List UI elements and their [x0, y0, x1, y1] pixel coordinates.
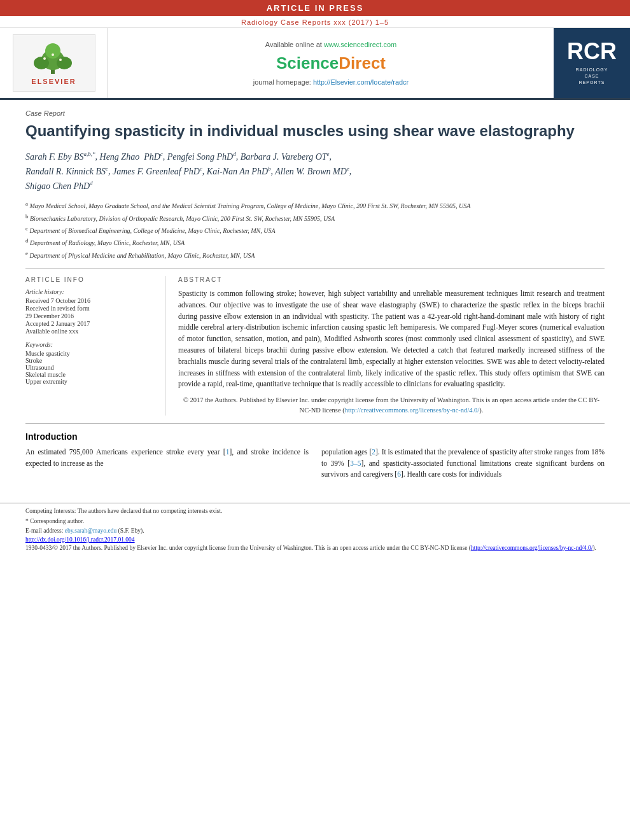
competing-interests: Competing Interests: The authors have de… — [25, 507, 605, 515]
author-song: Pengfei Song PhDd — [167, 152, 236, 162]
author-vareberg: Barbara J. Vareberg OTe — [241, 152, 330, 162]
intro-col1: An estimated 795,000 Americans experienc… — [25, 447, 309, 480]
abstract-col: Abstract Spasticity is common following … — [178, 276, 605, 416]
article-title: Quantifying spasticity in individual mus… — [25, 121, 605, 141]
author-zhao: Heng Zhao PhDc — [100, 152, 163, 162]
article-info-col: Article Info Article history: Received 7… — [25, 276, 165, 416]
elsevier-text: ELSEVIER — [31, 78, 76, 85]
elsevier-logo: ELSEVIER — [13, 34, 95, 92]
sciencedirect-logo: ScienceDirect — [276, 53, 386, 73]
journal-header: Radiology Case Reports xxx (2017) 1–5 — [0, 16, 630, 28]
journal-homepage-link[interactable]: http://Elsevier.com/locate/radcr — [313, 78, 409, 86]
introduction-title: Introduction — [25, 431, 605, 442]
section-divider — [25, 268, 605, 269]
keyword-4: Skeletal muscle — [25, 371, 155, 378]
abstract-copyright-link[interactable]: http://creativecommons.org/licenses/by-n… — [345, 407, 480, 414]
author-an: Kai-Nan An PhDb — [207, 167, 271, 176]
sciencedirect-url-link[interactable]: www.sciencedirect.com — [324, 41, 396, 48]
section-divider-2 — [25, 423, 605, 424]
email-line: E-mail address: eby.sarah@mayo.edu (S.F.… — [25, 527, 605, 535]
introduction-text: An estimated 795,000 Americans experienc… — [25, 447, 605, 480]
case-report-label: Case Report — [25, 109, 605, 117]
received-revised-date: 29 December 2016 — [25, 312, 155, 319]
author-greenleaf: James F. Greenleaf PhDc — [113, 167, 202, 176]
keywords-header: Keywords: — [25, 341, 155, 348]
email-label: E-mail address: — [25, 528, 63, 534]
abstract-text: Spasticity is common following stroke; h… — [178, 288, 605, 390]
footer-notes: Competing Interests: The authors have de… — [0, 503, 630, 552]
received-date1: Received 7 October 2016 — [25, 297, 155, 304]
svg-point-2 — [34, 57, 49, 69]
article-info-header: Article Info — [25, 276, 155, 283]
doi-anchor[interactable]: http://dx.doi.org/10.1016/j.radcr.2017.0… — [25, 536, 135, 543]
footer-license: 1930-0433/© 2017 the Authors. Published … — [25, 544, 605, 552]
svg-point-3 — [57, 57, 72, 69]
elsevier-tree-icon — [29, 41, 80, 76]
author-chen: Shigao Chen PhDd — [25, 181, 93, 191]
corresponding-label: * Corresponding author. — [25, 517, 605, 526]
rcr-subtitle: RADIOLOGYCASEREPORTS — [576, 67, 608, 85]
author-kinnick: Randall R. Kinnick BSc — [25, 167, 108, 176]
footer-license-link[interactable]: http://creativecommons.org/licenses/by-n… — [471, 545, 592, 551]
author-brown: Allen W. Brown MDe — [275, 167, 349, 176]
rcr-logo-box: RCR RADIOLOGYCASEREPORTS — [554, 28, 630, 98]
intro-ref6[interactable]: 6 — [397, 470, 401, 478]
keyword-1: Muscle spasticity — [25, 350, 155, 357]
authors: Sarah F. Eby BSa,b,*, Heng Zhao PhDc, Pe… — [25, 150, 605, 193]
abstract-copyright: © 2017 the Authors. Published by Elsevie… — [178, 395, 605, 416]
article-history-label: Article history: — [25, 288, 155, 295]
center-header: Available online at www.sciencedirect.co… — [108, 28, 554, 98]
svg-point-4 — [45, 43, 60, 59]
rcr-letters: RCR — [567, 40, 617, 63]
introduction-section: Introduction An estimated 795,000 Americ… — [25, 431, 605, 480]
intro-ref1[interactable]: 1 — [226, 448, 230, 456]
intro-ref3[interactable]: 3–5 — [350, 459, 361, 467]
svg-point-6 — [59, 59, 62, 61]
email-suffix: (S.F. Eby). — [118, 528, 144, 534]
main-content: Case Report Quantifying spasticity in in… — [0, 100, 630, 490]
available-online: Available online xxx — [25, 328, 155, 335]
affiliations: a Mayo Medical School, Mayo Graduate Sch… — [25, 200, 605, 260]
available-online-text: Available online at www.sciencedirect.co… — [265, 41, 396, 48]
article-in-press-banner: ARTICLE IN PRESS — [0, 0, 630, 16]
accepted-date: Accepted 2 January 2017 — [25, 320, 155, 327]
doi-link[interactable]: http://dx.doi.org/10.1016/j.radcr.2017.0… — [25, 536, 605, 543]
keyword-3: Ultrasound — [25, 364, 155, 371]
email-link[interactable]: eby.sarah@mayo.edu — [65, 528, 116, 534]
journal-homepage: journal homepage: http://Elsevier.com/lo… — [253, 78, 409, 86]
svg-point-7 — [52, 53, 54, 56]
keyword-2: Stroke — [25, 357, 155, 364]
info-abstract-row: Article Info Article history: Received 7… — [25, 276, 605, 416]
top-section: ELSEVIER Available online at www.science… — [0, 28, 630, 100]
keyword-5: Upper extremity — [25, 378, 155, 385]
author-eby: Sarah F. Eby BSa,b,* — [25, 152, 95, 162]
svg-point-5 — [43, 57, 46, 60]
intro-ref2[interactable]: 2 — [372, 448, 375, 456]
elsevier-logo-box: ELSEVIER — [0, 28, 108, 98]
abstract-header: Abstract — [178, 276, 605, 283]
intro-col2: population ages [2]. It is estimated tha… — [321, 447, 605, 480]
received-revised-label: Received in revised form — [25, 305, 155, 312]
